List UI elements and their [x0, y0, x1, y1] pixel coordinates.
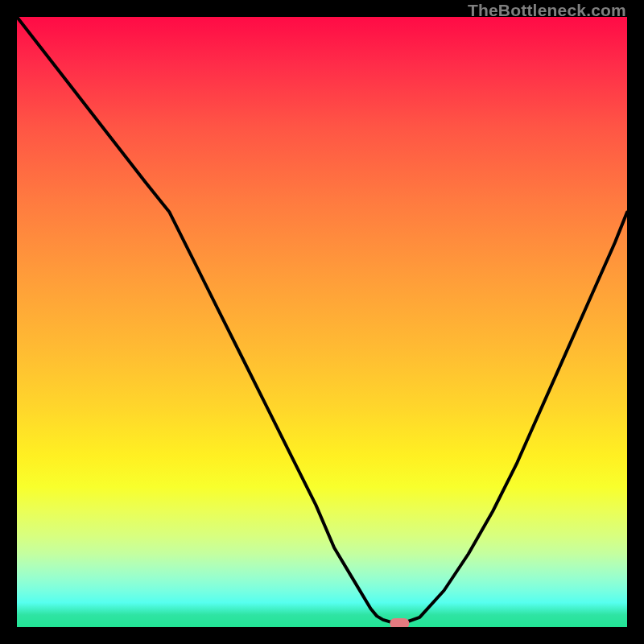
plot-area: [17, 17, 627, 627]
curve-layer: [17, 17, 627, 627]
chart-frame: TheBottleneck.com: [0, 0, 644, 644]
bottleneck-curve: [17, 17, 627, 622]
optimal-point-marker: [390, 618, 409, 627]
